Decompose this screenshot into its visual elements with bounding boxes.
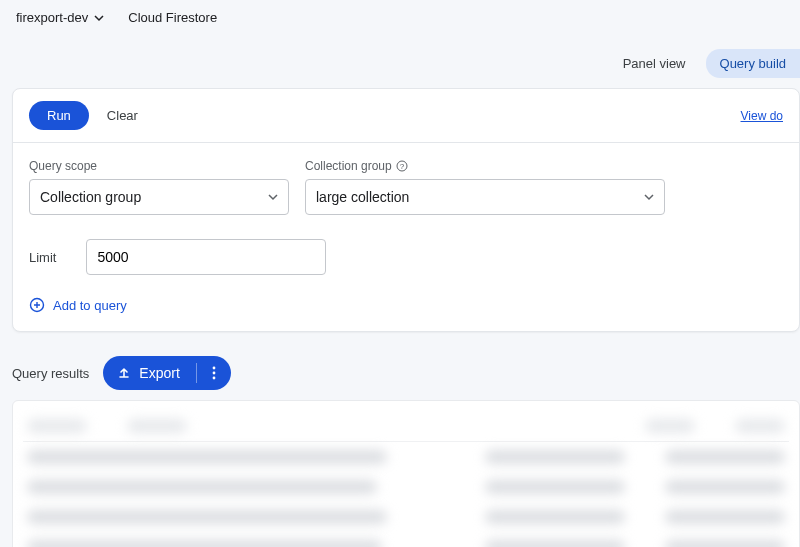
upload-icon (117, 366, 131, 380)
svg-point-4 (212, 372, 215, 375)
chevron-down-icon (268, 192, 278, 202)
table-header (23, 411, 789, 442)
table-row[interactable] (23, 442, 789, 472)
limit-label: Limit (29, 250, 56, 265)
query-scope-select[interactable]: Collection group (29, 179, 289, 215)
chevron-down-icon (644, 192, 654, 202)
svg-point-5 (212, 377, 215, 380)
table-row[interactable] (23, 532, 789, 547)
help-icon[interactable]: ? (396, 160, 408, 172)
query-results-label: Query results (12, 366, 89, 381)
svg-text:?: ? (399, 162, 404, 171)
tab-panel-view[interactable]: Panel view (613, 50, 696, 77)
product-title: Cloud Firestore (128, 10, 217, 25)
add-to-query-label: Add to query (53, 298, 127, 313)
clear-button[interactable]: Clear (107, 108, 138, 123)
collection-group-value: large collection (316, 189, 409, 205)
view-docs-link[interactable]: View do (741, 109, 783, 123)
query-scope-label: Query scope (29, 159, 289, 173)
table-row[interactable] (23, 472, 789, 502)
chevron-down-icon (94, 13, 104, 23)
query-builder-card: Run Clear View do Query scope Collection… (12, 88, 800, 332)
results-table (12, 400, 800, 547)
collection-group-label: Collection group (305, 159, 392, 173)
tab-query-builder[interactable]: Query build (706, 49, 800, 78)
collection-group-select[interactable]: large collection (305, 179, 665, 215)
plus-circle-icon (29, 297, 45, 313)
query-scope-value: Collection group (40, 189, 141, 205)
run-button[interactable]: Run (29, 101, 89, 130)
table-row[interactable] (23, 502, 789, 532)
export-button[interactable]: Export (103, 356, 230, 390)
export-label: Export (139, 365, 179, 381)
more-vert-icon[interactable] (205, 364, 223, 382)
svg-point-3 (212, 367, 215, 370)
divider (196, 363, 197, 383)
project-selector[interactable]: firexport-dev (16, 10, 104, 25)
project-name: firexport-dev (16, 10, 88, 25)
add-to-query-button[interactable]: Add to query (13, 283, 799, 331)
limit-input[interactable] (86, 239, 326, 275)
